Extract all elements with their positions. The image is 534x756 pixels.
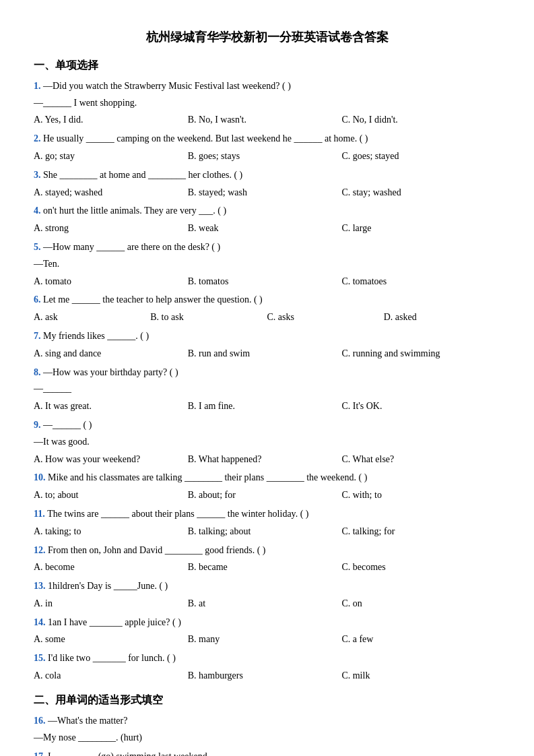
question-number: 8. — [34, 367, 43, 377]
question-item: 4. on't hurt the little animals. They ar… — [34, 203, 500, 237]
question-text: 8. —How was your birthday party? ( ) — [34, 365, 500, 381]
section1-title: 一、单项选择 — [34, 56, 500, 74]
question-item: 6. Let me ______ the teacher to help ans… — [34, 292, 500, 325]
question-number: 11. — [34, 509, 47, 519]
option: A. some — [34, 631, 188, 648]
option: C. becomes — [341, 559, 496, 575]
question-number: 1. — [34, 81, 43, 91]
option: B. talking; about — [188, 524, 342, 540]
question-text: —Ten. — [34, 256, 500, 272]
question-text: 5. —How many ______ are there on the des… — [34, 239, 500, 255]
option: C. on — [341, 596, 496, 612]
option: A. tomato — [34, 274, 188, 290]
question-item: 14. 1an I have _______ apple juice? ( )A… — [34, 615, 500, 648]
fill-question-text: 16. —What's the matter? — [34, 713, 500, 729]
question-item: 10. Mike and his classmates are talking … — [34, 470, 500, 503]
question-text: —______ — [34, 381, 500, 397]
question-text: —______ I went shopping. — [34, 95, 500, 111]
question-number: 12. — [34, 545, 48, 555]
option: A. cola — [34, 668, 188, 684]
option: B. about; for — [188, 487, 342, 503]
option: B. became — [188, 559, 342, 575]
fill-question-text: —My nose ________. (hurt) — [34, 730, 500, 746]
option: B. at — [188, 596, 342, 612]
options-row: A. inB. atC. on — [34, 596, 500, 612]
options-row: A. strongB. weakC. large — [34, 220, 500, 237]
question-item: 8. —How was your birthday party? ( )—___… — [34, 365, 500, 414]
question-text: 4. on't hurt the little animals. They ar… — [34, 203, 500, 219]
option: C. running and swimming — [341, 346, 496, 362]
question-item: 3. She ________ at home and ________ her… — [34, 167, 500, 201]
options-row: A. someB. manyC. a few — [34, 631, 500, 648]
option: C. No, I didn't. — [341, 112, 496, 128]
question-text: 2. He usually ______ camping on the week… — [34, 131, 500, 147]
options-row: A. tomatoB. tomatosC. tomatoes — [34, 274, 500, 290]
option: C. What else? — [341, 451, 496, 468]
question-number: 16. — [34, 716, 48, 726]
options-row: A. It was great.B. I am fine.C. It's OK. — [34, 398, 500, 414]
options-row: A. colaB. hamburgersC. milk — [34, 668, 500, 684]
question-text: 13. 1hildren's Day is _____June. ( ) — [34, 578, 500, 594]
question-item: 9. —______ ( )—It was good.A. How was yo… — [34, 417, 500, 467]
options-row: A. becomeB. becameC. becomes — [34, 559, 500, 575]
option: C. milk — [341, 668, 496, 684]
question-number: 13. — [34, 581, 48, 591]
question-item: 13. 1hildren's Day is _____June. ( )A. i… — [34, 578, 500, 612]
option: C. with; to — [341, 487, 496, 503]
option: C. a few — [341, 631, 496, 648]
question-item: 1. —Did you watch the Strawberry Music F… — [34, 78, 500, 128]
option: C. It's OK. — [341, 398, 496, 414]
option: A. stayed; washed — [34, 185, 188, 201]
option: B. run and swim — [188, 346, 342, 362]
question-text: 1. —Did you watch the Strawberry Music F… — [34, 78, 500, 94]
question-number: 7. — [34, 331, 43, 341]
option: C. goes; stayed — [341, 148, 496, 164]
page-title: 杭州绿城育华学校新初一分班英语试卷含答案 — [34, 27, 500, 48]
option: A. go; stay — [34, 148, 188, 164]
option: A. become — [34, 559, 188, 575]
question-text: —It was good. — [34, 434, 500, 450]
option: A. strong — [34, 220, 188, 237]
question-item: 5. —How many ______ are there on the des… — [34, 239, 500, 289]
question-number: 5. — [34, 242, 43, 252]
options-row: A. taking; toB. talking; aboutC. talking… — [34, 524, 500, 540]
option: A. Yes, I did. — [34, 112, 188, 128]
option: A. ask — [34, 309, 150, 325]
option: B. tomatos — [188, 274, 342, 290]
question-number: 4. — [34, 206, 43, 216]
option: B. hamburgers — [188, 668, 342, 684]
options-row: A. stayed; washedB. stayed; washC. stay;… — [34, 185, 500, 201]
fill-question-item: 17. I _________ (go) swimming last weeke… — [34, 749, 500, 756]
option: A. It was great. — [34, 398, 188, 414]
question-number: 2. — [34, 133, 43, 144]
question-number: 3. — [34, 170, 43, 180]
option: B. I am fine. — [188, 398, 342, 414]
question-number: 6. — [34, 294, 43, 305]
option: A. How was your weekend? — [34, 451, 188, 468]
options-row: A. askB. to askC. asksD. asked — [34, 309, 500, 325]
question-text: 10. Mike and his classmates are talking … — [34, 470, 500, 486]
question-text: 6. Let me ______ the teacher to help ans… — [34, 292, 500, 308]
option: B. No, I wasn't. — [188, 112, 342, 128]
option: B. many — [188, 631, 342, 648]
option: C. talking; for — [341, 524, 496, 540]
question-number: 9. — [34, 420, 43, 430]
option: A. to; about — [34, 487, 188, 503]
option: B. weak — [188, 220, 342, 237]
question-number: 14. — [34, 617, 48, 627]
question-item: 15. I'd like two _______ for lunch. ( )A… — [34, 650, 500, 684]
question-text: 15. I'd like two _______ for lunch. ( ) — [34, 650, 500, 666]
fill-questions-list: 16. —What's the matter?—My nose ________… — [34, 713, 500, 756]
question-number: 17. — [34, 751, 48, 756]
question-item: 12. From then on, John and David _______… — [34, 542, 500, 576]
question-item: 2. He usually ______ camping on the week… — [34, 131, 500, 164]
question-number: 10. — [34, 472, 48, 482]
options-row: A. sing and danceB. run and swimC. runni… — [34, 346, 500, 362]
question-item: 11. The twins are ______ about their pla… — [34, 506, 500, 540]
option: B. to ask — [150, 309, 267, 325]
options-row: A. go; stayB. goes; staysC. goes; stayed — [34, 148, 500, 164]
option: C. large — [341, 220, 496, 237]
options-row: A. Yes, I did.B. No, I wasn't.C. No, I d… — [34, 112, 500, 128]
section2-title: 二、用单词的适当形式填空 — [34, 691, 500, 709]
question-text: 3. She ________ at home and ________ her… — [34, 167, 500, 183]
